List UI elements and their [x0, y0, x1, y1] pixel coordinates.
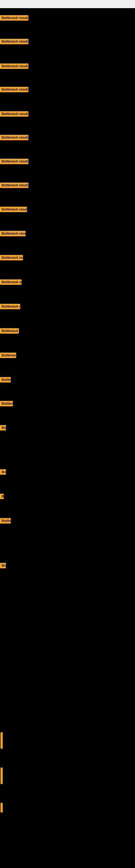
result-row-14: Bottleneck re [0, 328, 19, 335]
bottleneck-badge-9[interactable]: Bottleneck result [0, 207, 27, 212]
result-row-11: Bottleneck res [0, 255, 23, 261]
bottleneck-badge-15[interactable]: Bottleneck [0, 352, 16, 358]
result-row-18: Bo [0, 425, 6, 432]
bottleneck-badge-1[interactable]: Bottleneck result [0, 15, 28, 21]
result-row-1: Bottleneck result [0, 15, 28, 22]
result-row-22: Bo [0, 563, 6, 569]
result-row-4: Bottleneck result [0, 87, 28, 93]
bottleneck-badge-16[interactable]: Bottle [0, 377, 11, 382]
result-row-15: Bottleneck [0, 352, 16, 359]
vertical-bar-1 [1, 733, 3, 749]
bottleneck-badge-3[interactable]: Bottleneck result [0, 63, 28, 69]
result-row-13: Bottleneck res [0, 304, 20, 310]
result-row-20: B [0, 494, 4, 500]
bottleneck-badge-20[interactable]: B [0, 494, 4, 499]
bottleneck-badge-12[interactable]: Bottleneck res [0, 279, 21, 285]
bottleneck-badge-14[interactable]: Bottleneck re [0, 328, 19, 334]
result-row-19: Bo [0, 469, 6, 476]
bottleneck-badge-13[interactable]: Bottleneck res [0, 304, 20, 309]
result-row-21: Bottle [0, 518, 11, 525]
bottleneck-badge-6[interactable]: Bottleneck result [0, 135, 28, 140]
result-row-8: Bottleneck result [0, 183, 28, 189]
vertical-bar-3 [1, 803, 3, 812]
result-row-12: Bottleneck res [0, 279, 21, 286]
result-row-3: Bottleneck result [0, 63, 28, 70]
vertical-bar-2 [1, 768, 3, 784]
site-title [0, 0, 135, 8]
result-row-17: Bottlene [0, 401, 13, 407]
bottleneck-badge-19[interactable]: Bo [0, 469, 6, 475]
bottleneck-badge-18[interactable]: Bo [0, 425, 6, 431]
bottleneck-badge-5[interactable]: Bottleneck result [0, 111, 28, 117]
bottleneck-badge-17[interactable]: Bottlene [0, 401, 13, 406]
bottleneck-badge-11[interactable]: Bottleneck res [0, 255, 23, 260]
bottleneck-badge-4[interactable]: Bottleneck result [0, 87, 28, 92]
result-row-9: Bottleneck result [0, 207, 27, 213]
result-row-7: Bottleneck result [0, 159, 28, 165]
result-row-6: Bottleneck result [0, 135, 28, 141]
bottleneck-badge-8[interactable]: Bottleneck result [0, 183, 28, 188]
bottleneck-badge-21[interactable]: Bottle [0, 518, 11, 524]
result-row-10: Bottleneck result [0, 231, 26, 237]
result-row-2: Bottleneck result [0, 39, 28, 45]
bottleneck-badge-10[interactable]: Bottleneck result [0, 231, 26, 236]
bottleneck-badge-7[interactable]: Bottleneck result [0, 159, 28, 164]
result-row-5: Bottleneck result [0, 111, 28, 118]
result-row-16: Bottle [0, 377, 11, 383]
bottleneck-badge-2[interactable]: Bottleneck result [0, 39, 28, 44]
bottleneck-badge-22[interactable]: Bo [0, 563, 6, 568]
